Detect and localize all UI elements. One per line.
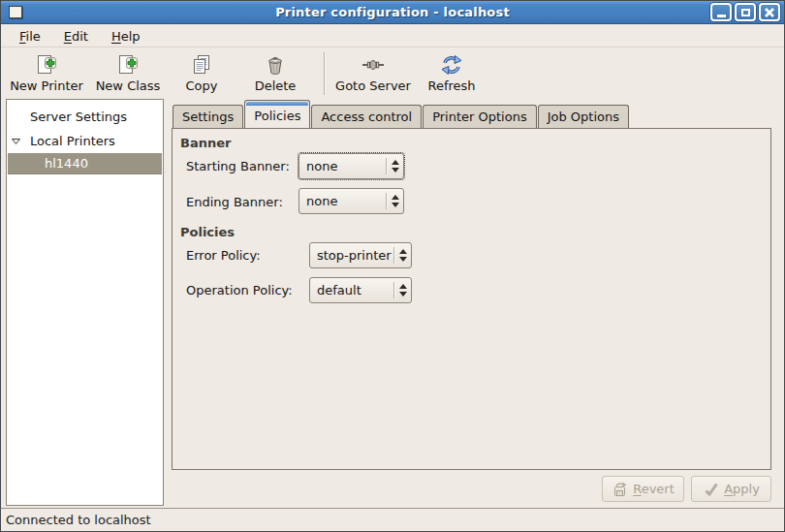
tree-item-label: Local Printers: [30, 134, 115, 148]
tab-access-control[interactable]: Access control: [311, 105, 422, 128]
policies-page: [172, 128, 771, 470]
toolbar-label: New Class: [96, 78, 161, 93]
sidebar-item-local-printers[interactable]: Local Printers: [8, 130, 162, 151]
combo-value: default: [310, 283, 393, 297]
trash-icon: [264, 53, 287, 77]
tab-job-options[interactable]: Job Options: [538, 105, 629, 128]
section-title-banner: Banner: [180, 136, 231, 150]
refresh-button[interactable]: Refresh: [422, 51, 482, 98]
toolbar-label: New Printer: [10, 78, 83, 93]
refresh-icon: [440, 53, 463, 77]
tab-label: Job Options: [548, 110, 619, 124]
tab-label: Policies: [254, 109, 300, 123]
section-title-policies: Policies: [180, 225, 235, 239]
new-printer-icon: [35, 53, 58, 77]
tab-policies[interactable]: Policies: [244, 100, 310, 128]
menu-edit[interactable]: Edit: [55, 27, 97, 46]
starting-banner-select[interactable]: none: [298, 153, 404, 179]
menubar: File Edit Help: [1, 25, 784, 47]
toolbar: New Printer New Class: [1, 47, 784, 102]
window-menu-icon[interactable]: [9, 6, 22, 18]
revert-label: Revert: [633, 482, 675, 496]
new-class-icon: [116, 53, 140, 77]
minimize-button[interactable]: [710, 3, 732, 21]
tab-label: Access control: [321, 110, 412, 124]
error-policy-select[interactable]: stop-printer: [309, 242, 412, 268]
combo-arrows-icon: [387, 160, 403, 172]
titlebar[interactable]: Printer configuration - localhost: [1, 1, 784, 24]
tab-printer-options[interactable]: Printer Options: [423, 105, 537, 128]
combo-arrows-icon: [394, 249, 411, 262]
operation-policy-select[interactable]: default: [309, 277, 412, 303]
delete-button[interactable]: Delete: [243, 51, 307, 98]
goto-server-button[interactable]: Goto Server: [329, 51, 418, 98]
operation-policy-label: Operation Policy:: [186, 283, 293, 297]
apply-button[interactable]: Apply: [691, 476, 771, 502]
tab-settings[interactable]: Settings: [173, 105, 243, 128]
toolbar-label: Copy: [186, 78, 218, 93]
copy-icon: [190, 53, 213, 77]
sidebar-item-hl1440[interactable]: hl1440: [8, 153, 162, 174]
toolbar-separator: [324, 52, 325, 95]
error-policy-label: Error Policy:: [186, 248, 261, 263]
combo-value: stop-printer: [310, 248, 393, 263]
tab-bar: Settings Policies Access control Printer…: [173, 101, 630, 128]
combo-value: none: [299, 194, 386, 208]
status-text: Connected to localhost: [6, 513, 151, 527]
starting-banner-label: Starting Banner:: [186, 159, 290, 173]
toolbar-label: Goto Server: [335, 78, 411, 93]
toolbar-label: Delete: [255, 78, 297, 93]
toolbar-label: Refresh: [427, 78, 475, 93]
menu-help[interactable]: Help: [103, 27, 149, 46]
app-window: Printer configuration - localhost File E…: [0, 0, 785, 532]
plug-icon: [361, 53, 385, 77]
tab-label: Printer Options: [432, 110, 527, 124]
copy-button[interactable]: Copy: [173, 51, 231, 98]
close-icon: [764, 7, 775, 18]
close-button[interactable]: [759, 3, 780, 21]
window-title: Printer configuration - localhost: [1, 5, 784, 19]
ending-banner-label: Ending Banner:: [186, 195, 283, 209]
maximize-icon: [741, 9, 750, 16]
combo-arrows-icon: [394, 284, 411, 297]
ending-banner-select[interactable]: none: [298, 188, 404, 214]
sidebar-item-server-settings[interactable]: Server Settings: [8, 106, 162, 127]
new-class-button[interactable]: New Class: [90, 51, 166, 98]
window-controls: [710, 3, 780, 21]
revert-button[interactable]: Revert: [602, 476, 684, 502]
new-printer-button[interactable]: New Printer: [7, 51, 86, 98]
minimize-icon: [717, 15, 726, 17]
tree-item-label: Server Settings: [30, 110, 127, 124]
tree-item-label: hl1440: [45, 156, 88, 171]
revert-icon: [612, 481, 629, 498]
tab-label: Settings: [182, 110, 234, 124]
apply-check-icon: [703, 481, 720, 498]
combo-arrows-icon: [387, 195, 403, 207]
combo-value: none: [299, 159, 386, 173]
maximize-button[interactable]: [735, 3, 756, 21]
menu-file[interactable]: File: [11, 27, 49, 46]
expander-open-icon[interactable]: [11, 135, 21, 145]
statusbar: Connected to localhost: [1, 508, 784, 531]
printer-tree: Server Settings Local Printers hl1440: [6, 99, 164, 506]
apply-label: Apply: [724, 482, 760, 496]
